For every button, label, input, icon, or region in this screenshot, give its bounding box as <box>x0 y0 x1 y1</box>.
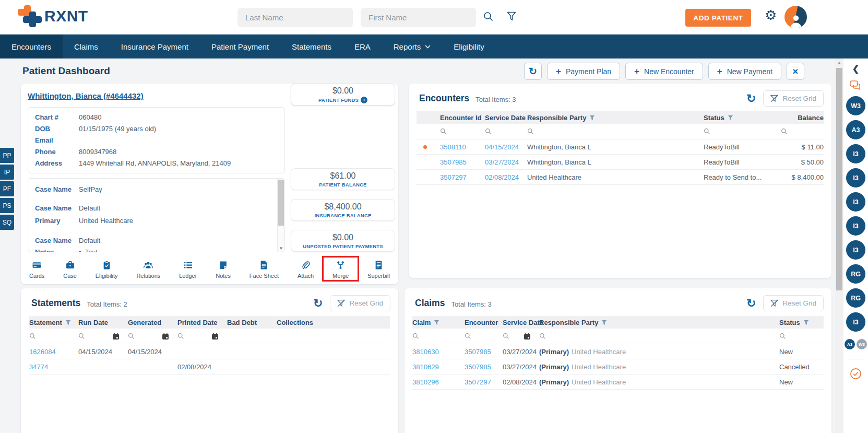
encounter-row[interactable]: 3508110 04/15/2024 Whittington, Bianca L… <box>417 139 824 155</box>
calendar-icon[interactable] <box>162 333 169 340</box>
collapse-chevron-icon[interactable]: ❮ <box>852 64 859 74</box>
column-header[interactable]: Encounter Id <box>440 114 485 122</box>
tab-ps[interactable]: PS <box>0 198 14 213</box>
column-header[interactable]: Responsible Party <box>539 319 779 326</box>
claim-id-link[interactable]: 3810629 <box>412 363 439 371</box>
column-search-input[interactable] <box>781 125 788 138</box>
service-date-link[interactable]: 03/27/2024 <box>485 158 519 166</box>
new-payment-button[interactable]: +New Payment <box>708 63 781 80</box>
column-search-input[interactable] <box>527 125 534 138</box>
column-header[interactable]: Printed Date <box>177 319 227 326</box>
add-patient-button[interactable]: ADD PATIENT <box>685 9 751 27</box>
column-search-input[interactable] <box>503 330 531 343</box>
tab-sq[interactable]: SQ <box>0 215 14 230</box>
scrollbar-thumb[interactable] <box>836 68 842 290</box>
column-header[interactable]: Claim <box>412 319 465 326</box>
tab-ip[interactable]: IP <box>0 165 14 180</box>
refresh-icon[interactable]: ↻ <box>746 298 756 309</box>
calendar-icon[interactable] <box>524 333 531 340</box>
filter-icon[interactable] <box>589 115 595 121</box>
column-search-input[interactable] <box>29 330 36 343</box>
column-search-input[interactable] <box>539 330 546 343</box>
refresh-icon[interactable]: ↻ <box>746 93 756 104</box>
column-header[interactable]: Bad Debt <box>227 319 277 326</box>
encounter-id-link[interactable]: 3507985 <box>465 348 491 356</box>
info-icon[interactable] <box>361 97 367 103</box>
refresh-icon[interactable]: ↻ <box>313 298 323 309</box>
filter-icon[interactable] <box>601 320 607 325</box>
claim-row[interactable]: 3810630 3507985 03/27/2024 (Primary)Unit… <box>412 344 824 359</box>
column-search-input[interactable] <box>78 330 120 343</box>
tab-pf[interactable]: PF <box>0 181 14 196</box>
encounter-id-link[interactable]: 3507297 <box>440 173 467 181</box>
column-search-input[interactable] <box>485 125 492 138</box>
encounter-id-link[interactable]: 3507297 <box>465 378 491 386</box>
encounter-id-link[interactable]: 3507985 <box>465 363 491 371</box>
nav-insurance-payment[interactable]: Insurance Payment <box>110 34 200 58</box>
column-search-input[interactable] <box>465 330 471 343</box>
column-header[interactable]: Responsible Party <box>527 114 704 122</box>
rxnt-logo[interactable]: RXNT <box>18 5 88 27</box>
new-encounter-button[interactable]: +New Encounter <box>625 63 703 80</box>
scrollbar-thumb[interactable] <box>278 180 284 226</box>
search-icon[interactable] <box>483 11 493 21</box>
nav-patient-payment[interactable]: Patient Payment <box>200 34 280 58</box>
superbill-button[interactable]: Superbill <box>365 260 392 279</box>
filter-icon[interactable] <box>803 320 809 325</box>
workspace-badge[interactable]: I3 <box>846 168 865 188</box>
eligibility-button[interactable]: Eligibility <box>93 260 120 279</box>
column-header[interactable]: Service Date <box>485 114 527 122</box>
column-search-input[interactable] <box>704 125 710 138</box>
ledger-button[interactable]: Ledger <box>177 260 199 279</box>
notes-button[interactable]: Notes <box>213 260 233 279</box>
filter-icon[interactable] <box>728 115 733 121</box>
column-header[interactable]: Status <box>704 114 781 122</box>
scroll-up-arrow[interactable]: ▲ <box>835 60 843 65</box>
workspace-badge[interactable]: RG <box>846 288 865 308</box>
gear-icon[interactable]: ⚙ <box>765 8 777 22</box>
filter-icon[interactable] <box>65 320 71 325</box>
encounter-id-link[interactable]: 3508110 <box>440 143 466 151</box>
merge-button[interactable]: Merge <box>330 260 351 279</box>
statement-id-link[interactable]: 34774 <box>29 363 48 371</box>
column-search-input[interactable] <box>779 330 786 343</box>
service-date-link[interactable]: 02/08/2024 <box>485 173 519 181</box>
column-header[interactable]: Balance <box>781 114 824 122</box>
patient-name-link[interactable]: Whittington, Bianca (#4644432) <box>28 91 144 100</box>
workspace-badge[interactable]: I3 <box>846 144 865 163</box>
page-scrollbar[interactable]: ▲ <box>835 58 843 433</box>
chat-icon[interactable] <box>850 80 862 91</box>
workspace-badge[interactable]: I3 <box>846 192 865 212</box>
avatar[interactable] <box>784 6 807 28</box>
refresh-button[interactable]: ↻ <box>524 63 542 80</box>
statement-id-link[interactable]: 1626084 <box>29 348 56 356</box>
column-search-input[interactable] <box>412 330 419 343</box>
column-header[interactable]: Service Date <box>503 319 539 326</box>
encounter-id-link[interactable]: 3507985 <box>440 158 467 166</box>
attach-button[interactable]: Attach <box>295 260 316 279</box>
workspace-badge[interactable]: W3 <box>846 96 865 115</box>
column-search-input[interactable] <box>128 330 169 343</box>
workspace-badge[interactable]: I3 <box>846 240 865 260</box>
payment-plan-button[interactable]: +Payment Plan <box>547 63 620 80</box>
column-header[interactable]: Encounter <box>465 319 503 326</box>
face-sheet-button[interactable]: Face Sheet <box>247 260 281 279</box>
nav-encounters[interactable]: Encounters <box>0 34 63 58</box>
workspace-badge[interactable]: I3 <box>846 216 865 236</box>
claim-row[interactable]: 3810296 3507297 02/08/2024 (Primary)Unit… <box>412 375 824 390</box>
calendar-icon[interactable] <box>112 333 120 340</box>
column-header[interactable]: Generated <box>128 319 177 326</box>
close-button[interactable]: × <box>787 63 804 80</box>
calendar-icon[interactable] <box>211 333 219 340</box>
nav-claims[interactable]: Claims <box>63 34 110 58</box>
cards-button[interactable]: Cards <box>27 260 46 279</box>
tab-pp[interactable]: PP <box>0 148 14 163</box>
nav-reports[interactable]: Reports <box>382 34 443 58</box>
nav-statements[interactable]: Statements <box>280 34 343 58</box>
column-header[interactable]: Statement <box>29 319 78 326</box>
workspace-badge-small[interactable]: W3 <box>857 339 867 349</box>
relations-button[interactable]: Relations <box>134 260 162 279</box>
reset-grid-button[interactable]: Reset Grid <box>763 90 824 107</box>
statement-row[interactable]: 34774 02/08/2024 <box>29 359 390 375</box>
claim-id-link[interactable]: 3810296 <box>412 378 439 386</box>
